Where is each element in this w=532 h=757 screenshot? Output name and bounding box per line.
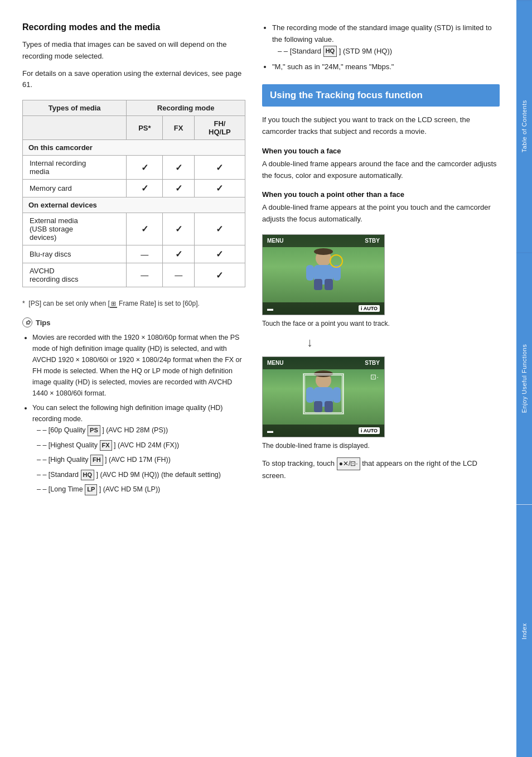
touch-point-title: When you touch a point other than a face	[262, 190, 500, 199]
tips-label: Tips	[36, 319, 51, 327]
cell-internal-fh: ✓	[194, 156, 245, 180]
list-item: You can select the following high defini…	[32, 402, 245, 495]
sidebar-tab-label: Index	[521, 623, 528, 639]
table-col-fh: FH/HQ/LP	[194, 116, 245, 140]
tips-header: ✿ Tips	[22, 317, 245, 327]
cell-memory-fx: ✓	[163, 180, 194, 197]
tips-icon: ✿	[22, 317, 32, 327]
cell-bluray-ps: —	[127, 245, 163, 263]
cell-ext-ps: ✓	[127, 213, 163, 245]
cam-status-2: STBY	[365, 360, 380, 366]
table-row-header: Types of media	[23, 100, 127, 116]
tracking-focus-header: Using the Tracking focus function	[262, 84, 500, 107]
table-section-camcorder: On this camcorder	[23, 140, 245, 156]
tips-sublist: – [60p Quality PS ] (AVC HD 28M (PS)) – …	[32, 425, 245, 495]
stop-tracking-text: To stop tracking, touch ●✕/⊡· that appea…	[262, 457, 500, 482]
list-item: – [High Quality FH ] (AVC HD 17M (FH))	[37, 454, 245, 466]
table-section-external: On external devices	[23, 197, 245, 213]
cam-bottom-bar-2: ▬ i AUTO	[263, 425, 384, 437]
recording-table: Types of media Recording mode PS* FX FH/…	[22, 100, 245, 287]
cam-bar-right-1: STBY	[365, 238, 380, 244]
cam-menu-label-1: MENU	[267, 238, 283, 244]
touch-face-desc: A double-lined frame appears around the …	[262, 158, 500, 182]
arrow-down: ↓	[307, 335, 500, 350]
cell-avchd-fh: ✓	[194, 263, 245, 287]
page-container: Recording modes and the media Types of m…	[0, 0, 532, 757]
cam-screen-1: MENU STBY	[263, 235, 384, 315]
main-content: Recording modes and the media Types of m…	[0, 0, 516, 757]
svg-rect-5	[314, 279, 322, 290]
sidebar-item-index[interactable]: Index	[516, 505, 532, 757]
bullet-sublist: – [Standard HQ ] (STD 9M (HQ))	[272, 46, 500, 57]
cell-avchd-ps: —	[127, 263, 163, 287]
right-column: The recording mode of the standard image…	[262, 22, 500, 735]
touch-point-desc: A double-lined frame appears at the poin…	[262, 202, 500, 225]
table-empty-header	[23, 116, 127, 140]
cell-bluray-fh: ✓	[194, 245, 245, 263]
list-item: The recording mode of the standard image…	[272, 22, 500, 57]
sidebar-tab-label: Table of Contents	[521, 100, 528, 153]
camera-screenshot-2: MENU STBY	[262, 356, 385, 437]
table-col-fx: FX	[163, 116, 194, 140]
cam-caption-1: Touch the face or a point you want to tr…	[262, 319, 500, 329]
stop-tracking-icon: ●✕/⊡·	[337, 457, 360, 470]
table-col-ps: PS*	[127, 116, 163, 140]
tracking-icon: ⊡·	[370, 373, 379, 381]
tracking-intro: If you touch the subject you want to tra…	[262, 114, 500, 138]
list-item: "M," such as in "24M," means "Mbps."	[272, 61, 500, 73]
sidebar-item-enjoy-useful-functions[interactable]: Enjoy Useful Functions	[516, 252, 532, 504]
cam-auto-badge-1: i AUTO	[359, 305, 380, 312]
table-row: Blu-ray discs — ✓ ✓	[23, 245, 245, 263]
cell-internal-fx: ✓	[163, 156, 194, 180]
cell-bluray-fx: ✓	[163, 245, 194, 263]
table-row: AVCHDrecording discs — — ✓	[23, 263, 245, 287]
cam-top-bar-1: MENU STBY	[263, 235, 384, 247]
table-col-header: Recording mode	[127, 100, 245, 116]
table-row: Internal recordingmedia ✓ ✓ ✓	[23, 156, 245, 180]
tips-list: Movies are recorded with the 1920 × 1080…	[22, 332, 245, 495]
cam-caption-2: The double-lined frame is displayed.	[262, 441, 500, 451]
section-desc-1: Types of media that images can be saved …	[22, 39, 245, 62]
cam-screen-2: MENU STBY	[263, 357, 384, 437]
cam-bottom-bar-1: ▬ i AUTO	[263, 302, 384, 315]
cell-memory-fh: ✓	[194, 180, 245, 197]
cell-avchd-fx: —	[163, 263, 194, 287]
cell-internal-ps: ✓	[127, 156, 163, 180]
table-footnote: * [PS] can be set only when [⊞ Frame Rat…	[22, 298, 245, 308]
touch-face-title: When you touch a face	[262, 147, 500, 155]
list-item: – [Highest Quality FX ] (AVC HD 24M (FX)…	[37, 440, 245, 451]
cell-ext-fh: ✓	[194, 213, 245, 245]
cam-status-1: STBY	[365, 238, 380, 244]
list-item: – [60p Quality PS ] (AVC HD 28M (PS))	[37, 425, 245, 436]
section-desc-2: For details on a save operation using th…	[22, 68, 245, 91]
tips-section: ✿ Tips Movies are recorded with the 1920…	[22, 317, 245, 495]
cam-bar-right-2: STBY	[365, 360, 380, 366]
cam-record-icon-1: ▬	[267, 305, 273, 312]
cam-record-icon-2: ▬	[267, 427, 273, 434]
list-item: Movies are recorded with the 1920 × 1080…	[32, 332, 245, 399]
left-column: Recording modes and the media Types of m…	[22, 22, 245, 735]
touch-indicator	[330, 254, 343, 268]
svg-rect-6	[325, 279, 333, 290]
tracking-frame	[303, 374, 344, 414]
list-item: – [Long Time LP ] (AVC HD 5M (LP))	[37, 484, 245, 495]
table-row: External media(USB storagedevices) ✓ ✓ ✓	[23, 213, 245, 245]
cam-menu-label-2: MENU	[267, 360, 283, 366]
cell-memory-ps: ✓	[127, 180, 163, 197]
list-item: – [Standard HQ ] (STD 9M (HQ))	[278, 46, 500, 57]
cam-auto-badge-2: i AUTO	[359, 427, 380, 434]
svg-rect-3	[306, 265, 314, 281]
section-title: Recording modes and the media	[22, 22, 245, 32]
sidebar: Table of Contents Enjoy Useful Functions…	[516, 0, 532, 757]
sidebar-tab-label: Enjoy Useful Functions	[521, 344, 528, 413]
bullet-notes: The recording mode of the standard image…	[262, 22, 500, 73]
sidebar-item-table-of-contents[interactable]: Table of Contents	[516, 0, 532, 252]
svg-point-1	[314, 248, 333, 255]
cam-top-bar-2: MENU STBY	[263, 357, 384, 369]
table-row: Memory card ✓ ✓ ✓	[23, 180, 245, 197]
list-item: – [Standard HQ ] (AVC HD 9M (HQ)) (the d…	[37, 469, 245, 481]
cell-ext-fx: ✓	[163, 213, 194, 245]
camera-screenshot-1: MENU STBY	[262, 234, 385, 315]
